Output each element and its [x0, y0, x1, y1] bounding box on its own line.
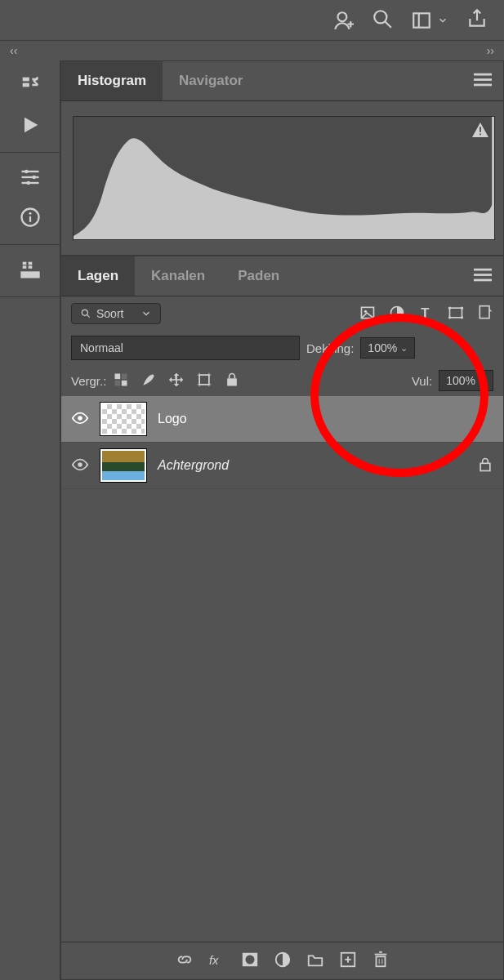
svg-rect-4: [413, 13, 430, 27]
svg-rect-43: [115, 373, 121, 379]
svg-rect-44: [122, 373, 127, 379]
svg-rect-55: [480, 463, 490, 470]
svg-rect-45: [115, 380, 121, 385]
svg-point-12: [32, 176, 36, 180]
svg-text:fx: fx: [208, 954, 218, 967]
svg-point-38: [448, 306, 451, 309]
filter-pixel-icon[interactable]: [359, 305, 376, 323]
svg-rect-26: [479, 127, 481, 131]
tool-column: [0, 60, 60, 980]
svg-rect-22: [474, 73, 492, 75]
layers-panel: Lagen Kanalen Paden Soort T: [60, 256, 504, 980]
tab-layers[interactable]: Lagen: [61, 256, 135, 296]
chevron-down-icon: ⌄: [479, 376, 486, 386]
svg-point-0: [338, 12, 347, 21]
fill-value[interactable]: 100%⌄: [439, 370, 493, 391]
svg-point-54: [78, 462, 83, 467]
svg-rect-27: [479, 134, 481, 136]
tab-paths[interactable]: Paden: [221, 256, 296, 296]
lock-paint-icon[interactable]: [140, 372, 157, 390]
svg-rect-18: [28, 262, 32, 265]
filter-shape-icon[interactable]: [448, 305, 464, 323]
add-mask-icon[interactable]: [241, 951, 259, 971]
lock-icon[interactable]: [477, 457, 493, 475]
history-icon[interactable]: [19, 74, 42, 99]
new-layer-icon[interactable]: [339, 951, 357, 971]
svg-point-39: [461, 306, 463, 309]
chevron-down-icon: ⌄: [400, 343, 408, 354]
search-icon[interactable]: [372, 8, 393, 32]
svg-rect-6: [22, 78, 29, 82]
layer-fx-icon[interactable]: fx: [208, 951, 226, 971]
svg-point-40: [448, 316, 451, 318]
svg-line-32: [87, 314, 90, 318]
lock-artboard-icon[interactable]: [196, 372, 212, 390]
adjustment-layer-icon[interactable]: [274, 951, 292, 971]
share-icon[interactable]: [466, 8, 488, 32]
svg-rect-19: [22, 265, 26, 269]
histogram-chart: [73, 116, 495, 240]
delete-layer-icon[interactable]: [372, 951, 390, 971]
fill-label: Vul:: [412, 374, 432, 388]
workspace-switch[interactable]: [411, 10, 448, 31]
warning-icon[interactable]: [471, 122, 489, 140]
svg-rect-42: [479, 305, 489, 318]
layer-name: Achtergrond: [158, 458, 229, 473]
svg-point-41: [461, 316, 463, 318]
svg-rect-28: [474, 268, 492, 270]
filter-kind-dropdown[interactable]: Soort: [71, 303, 161, 324]
tab-navigator[interactable]: Navigator: [163, 61, 259, 100]
svg-rect-46: [122, 380, 127, 385]
svg-rect-63: [376, 956, 385, 966]
svg-rect-30: [474, 278, 492, 281]
filter-adjust-icon[interactable]: [389, 305, 405, 323]
opacity-value[interactable]: 100%⌄: [360, 337, 415, 359]
clone-stamp-icon[interactable]: [19, 258, 42, 283]
profile-add-icon[interactable]: +: [332, 10, 354, 31]
filter-type-icon[interactable]: T: [418, 305, 435, 323]
adjustments-sliders-icon[interactable]: [19, 166, 42, 191]
svg-rect-47: [200, 375, 210, 385]
svg-rect-29: [474, 274, 492, 276]
svg-rect-52: [228, 378, 238, 385]
lock-all-icon[interactable]: [224, 372, 240, 390]
visibility-icon[interactable]: [71, 409, 89, 430]
group-icon[interactable]: [306, 951, 324, 971]
svg-point-53: [78, 416, 83, 421]
link-layers-icon[interactable]: [176, 951, 194, 971]
layer-row-background[interactable]: Achtergrond: [61, 443, 503, 489]
lock-position-icon[interactable]: [168, 372, 185, 390]
histogram-panel: Histogram Navigator: [60, 60, 504, 256]
app-top-bar: +: [0, 0, 504, 41]
svg-point-13: [26, 181, 30, 185]
svg-rect-37: [450, 308, 462, 318]
collapse-right[interactable]: ››: [487, 44, 494, 57]
tab-channels[interactable]: Kanalen: [135, 256, 221, 296]
svg-text:+: +: [347, 17, 354, 29]
panel-menu-icon[interactable]: [474, 268, 503, 285]
layer-row-logo[interactable]: Logo: [61, 396, 503, 443]
layer-name: Logo: [158, 412, 187, 426]
blend-mode-dropdown[interactable]: Normaal: [71, 336, 300, 360]
svg-rect-7: [22, 83, 29, 87]
svg-rect-20: [28, 265, 32, 269]
tab-histogram[interactable]: Histogram: [61, 61, 163, 100]
opacity-label: Dekking:: [306, 341, 354, 355]
info-icon[interactable]: [19, 206, 42, 231]
collapse-left[interactable]: ‹‹: [10, 44, 17, 57]
svg-rect-24: [474, 83, 492, 86]
visibility-icon[interactable]: [71, 456, 89, 476]
svg-point-58: [245, 956, 254, 964]
layer-thumb[interactable]: [100, 403, 146, 435]
panel-menu-icon[interactable]: [474, 73, 503, 90]
svg-text:T: T: [421, 305, 429, 320]
lock-transparency-icon[interactable]: [113, 372, 129, 390]
svg-line-3: [385, 21, 391, 28]
svg-rect-17: [22, 262, 26, 265]
collapse-bar: ‹‹ ››: [0, 41, 504, 60]
layer-thumb[interactable]: [100, 449, 146, 482]
play-icon[interactable]: [19, 114, 42, 139]
filter-smart-icon[interactable]: [477, 305, 493, 323]
svg-point-2: [374, 11, 386, 23]
svg-point-16: [29, 212, 31, 215]
